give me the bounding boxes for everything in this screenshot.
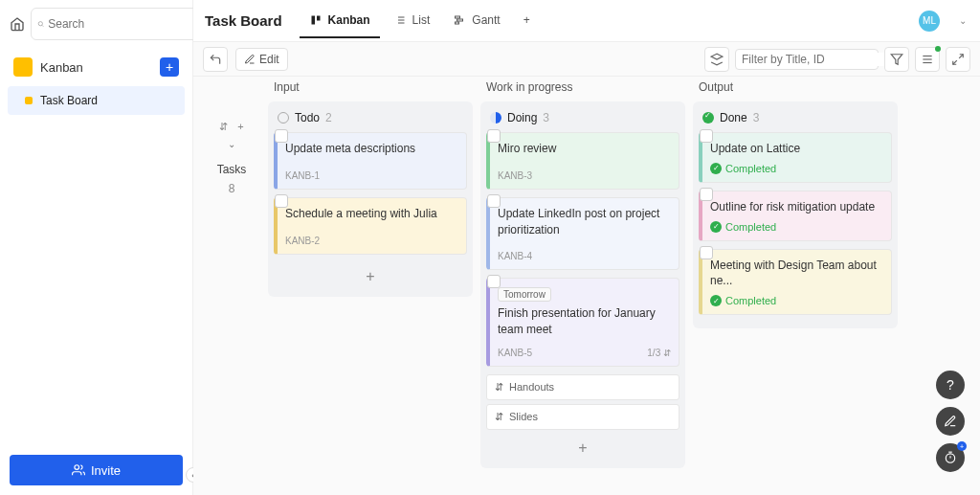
list-count: 3 [543,111,549,124]
list-status-label: Todo [295,111,320,124]
svg-marker-17 [891,54,902,64]
svg-point-2 [75,465,79,470]
people-icon [72,463,85,477]
svg-rect-12 [457,19,463,21]
completed-badge: ✓Completed [710,295,883,306]
sidebar-item-label: Task Board [40,94,98,107]
checkbox[interactable] [700,246,713,259]
undo-button[interactable] [203,47,228,72]
tab-kanban[interactable]: Kanban [300,4,380,38]
filter-button[interactable] [884,47,909,72]
checkbox[interactable] [487,194,501,208]
lane-header: Output [693,77,898,101]
tab-label: List [412,13,431,27]
svg-rect-3 [311,15,315,24]
plus-icon: + [523,13,530,27]
edit-button[interactable]: Edit [235,48,288,71]
sidebar-item-task-board[interactable]: Task Board [8,86,185,115]
card[interactable]: Update LinkedIn post on project prioriti… [486,197,679,271]
group-gutter: ⇵ + ⌄ Tasks 8 [203,77,260,485]
view-tabs: Kanban List Gantt + [300,4,540,38]
checkbox[interactable] [700,129,713,143]
add-card-button[interactable]: + [274,262,467,291]
checkbox[interactable] [275,194,288,208]
card[interactable]: Miro review KANB-3 [486,132,679,190]
list-doing: Doing 3 Miro review KANB-3 Update Linked… [480,101,685,468]
invite-label: Invite [91,463,121,478]
completed-badge: ✓Completed [710,163,883,174]
workspace-label: Kanban [40,60,83,75]
card-id: KANB-2 [285,236,458,246]
add-board-button[interactable]: + [160,57,179,77]
card[interactable]: Tomorrow Finish presentation for January… [486,278,679,367]
card[interactable]: Meeting with Design Team about ne... ✓Co… [699,249,892,316]
help-button[interactable]: ? [936,371,965,399]
notes-button[interactable] [936,407,965,436]
lane-header: Work in progress [480,77,685,101]
tab-gantt[interactable]: Gantt [443,4,509,38]
checkbox[interactable] [700,188,713,201]
lane-input: Input Todo 2 Update meta descriptions KA… [268,77,473,485]
timer-button[interactable]: + [936,443,965,472]
list-status-label: Doing [507,111,537,124]
collapse-all-icon[interactable]: ⇵ [219,121,228,133]
list-status-label: Done [720,111,747,124]
subtask-item[interactable]: ⇵Handouts [486,374,679,400]
card-title: Meeting with Design Team about ne... [710,258,883,290]
svg-rect-13 [456,22,459,24]
check-icon: ✓ [710,295,722,306]
list-done: Done 3 Update on Lattice ✓Completed Outl… [693,101,898,328]
workspace-header[interactable]: Kanban + [0,48,192,86]
search-icon [37,18,44,30]
card[interactable]: Outline for risk mitigation update ✓Comp… [699,191,892,241]
toolbar: Edit [193,42,980,77]
filter-box[interactable] [735,49,879,70]
subtask-label: Slides [509,411,538,422]
checkbox[interactable] [275,129,288,143]
edit-icon [244,54,256,65]
checkbox[interactable] [487,275,501,288]
card[interactable]: Schedule a meeting with Julia KANB-2 [274,197,467,255]
subtask-progress: 1/3 ⇵ [647,348,671,358]
subtask-icon: ⇵ [495,381,503,394]
sidebar: Ctrl + K Kanban + Task Board Invite [0,0,193,495]
list-count: 3 [753,111,760,124]
filter-input[interactable] [742,53,885,66]
svg-line-22 [953,60,957,64]
home-icon[interactable] [10,13,25,34]
checkbox[interactable] [487,129,501,143]
card-title: Miro review [498,141,671,157]
subtask-item[interactable]: ⇵Slides [486,404,679,430]
subtask-label: Handouts [509,381,554,393]
add-card-button[interactable]: + [486,434,679,462]
edit-label: Edit [259,53,279,66]
invite-button[interactable]: Invite [10,455,183,485]
chevron-down-icon[interactable]: ⌄ [203,139,260,149]
lane-header: Input [268,77,473,101]
card[interactable]: Update meta descriptions KANB-1 [274,132,467,190]
layers-button[interactable] [704,47,729,72]
search-input[interactable] [48,17,191,31]
svg-line-21 [959,54,963,57]
card-id: KANB-4 [498,251,671,261]
group-count: 8 [203,182,260,195]
card-id: KANB-1 [285,170,458,181]
lane-output: Output Done 3 Update on Lattice ✓Complet… [693,77,898,485]
card-id: KANB-5 [498,348,532,358]
check-icon: ✓ [710,163,722,174]
svg-point-0 [38,22,42,26]
chevron-down-icon[interactable]: ⌄ [959,15,969,26]
tab-list[interactable]: List [384,4,440,38]
subtask-icon: ⇵ [495,411,503,423]
card[interactable]: Update on Lattice ✓Completed [699,132,892,183]
list-count: 2 [325,111,332,124]
board-color-dot [25,97,33,104]
check-icon: ✓ [710,221,722,233]
completed-badge: ✓Completed [710,221,883,233]
add-group-button[interactable]: + [237,121,243,133]
expand-button[interactable] [946,47,970,72]
settings-button[interactable] [915,47,940,72]
avatar[interactable]: ML [919,11,940,32]
svg-line-1 [42,25,43,26]
add-view-button[interactable]: + [514,4,540,38]
